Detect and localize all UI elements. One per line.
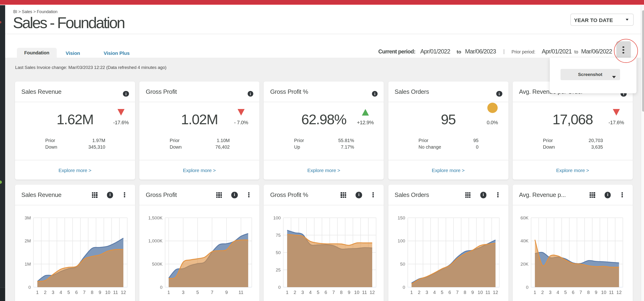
svg-text:6: 6 xyxy=(572,290,574,295)
svg-text:1: 1 xyxy=(534,290,536,295)
svg-text:40K: 40K xyxy=(520,238,528,243)
svg-text:20K: 20K xyxy=(520,262,528,267)
svg-text:0: 0 xyxy=(526,285,528,290)
svg-text:7: 7 xyxy=(580,290,582,295)
svg-text:4: 4 xyxy=(556,290,559,295)
svg-text:12: 12 xyxy=(616,290,622,295)
svg-text:2: 2 xyxy=(541,290,544,295)
svg-text:60K: 60K xyxy=(520,215,528,220)
svg-text:3: 3 xyxy=(549,290,551,295)
svg-text:5: 5 xyxy=(564,290,567,295)
svg-text:9: 9 xyxy=(595,290,597,295)
svg-text:8: 8 xyxy=(587,290,590,295)
svg-text:10: 10 xyxy=(601,290,606,295)
svg-text:11: 11 xyxy=(609,290,614,295)
